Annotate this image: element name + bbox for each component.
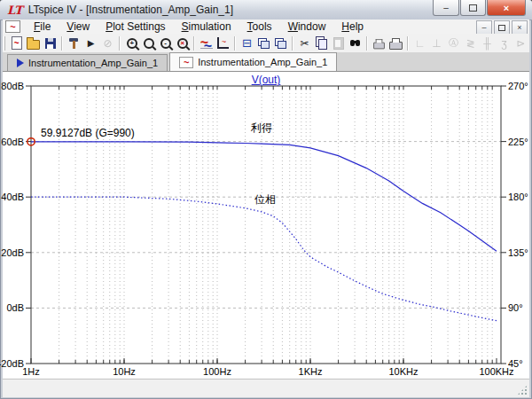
zoom-full-icon[interactable]: × [174, 35, 191, 51]
menu-plot-settings[interactable]: Plot Settings [98, 20, 173, 34]
wire-icon: ∟ [411, 35, 428, 51]
toolbar-separator [407, 36, 409, 51]
menu-help[interactable]: Help [333, 20, 372, 34]
close-button[interactable]: × [487, 0, 526, 16]
arrange-windows-icon[interactable] [272, 35, 289, 51]
save-icon[interactable] [42, 35, 59, 51]
print-icon[interactable] [387, 35, 404, 51]
cut-icon[interactable]: ✂ [296, 35, 313, 51]
new-schematic-icon[interactable]: ~ [8, 35, 25, 51]
mdi-close-button[interactable]: × [512, 20, 528, 35]
zoom-in-icon[interactable]: + [123, 35, 140, 51]
capacitor-icon: ╫ [479, 35, 496, 51]
waveform-pane[interactable] [3, 71, 529, 379]
phase-curve-label: 位相 [254, 192, 276, 207]
waveform-icon: ~ [179, 57, 193, 68]
zoom-out-icon[interactable]: - [157, 35, 174, 51]
restore-icon [469, 4, 477, 12]
restore-button[interactable] [460, 0, 486, 16]
mdi-restore-icon [498, 25, 505, 31]
plot-settings-icon[interactable]: ~ [215, 35, 231, 51]
tab-label: Instrumentation_Amp_Gain_1 [28, 58, 158, 68]
toolbar-grip[interactable] [4, 36, 5, 51]
waveform-app-icon: ~ [5, 20, 20, 33]
toolbar-separator [61, 36, 63, 51]
tab-waveform-1[interactable]: ~Instrumentation_Amp_Gain_1 [169, 52, 337, 71]
resistor-icon: ≷ [462, 35, 479, 51]
toolbar-separator [292, 36, 293, 51]
menu-file[interactable]: File [26, 20, 59, 34]
label-net-icon: Ⓐ [445, 35, 462, 51]
menu-window[interactable]: Window [280, 20, 334, 34]
toolbar-separator [234, 36, 236, 51]
schematic-icon [17, 59, 24, 67]
gain-annotation: 59.9127dB (G=990) [41, 127, 135, 139]
toolbar-separator [119, 36, 121, 51]
find-icon[interactable] [347, 35, 364, 51]
minimize-button[interactable]: – [433, 0, 459, 16]
mdi-minimize-button[interactable]: – [476, 20, 492, 35]
print-preview-icon[interactable] [371, 35, 387, 51]
inductor-icon: ʒ [496, 35, 512, 51]
paste-icon [330, 35, 347, 51]
autorange-icon[interactable]: ~~ [198, 35, 215, 51]
menu-bar: ~ FileViewPlot SettingsSimulationToolsWi… [3, 20, 529, 34]
trace-title[interactable]: V(out) [0, 74, 532, 86]
status-bar [3, 379, 529, 397]
tab-schematic-0[interactable]: Instrumentation_Amp_Gain_1 [7, 54, 168, 71]
toolbar-separator [193, 36, 195, 51]
ltspice-window: LT LTspice IV - [Instrumentation_Amp_Gai… [0, 0, 532, 399]
open-icon[interactable] [25, 35, 42, 51]
ground-icon: ⊥ [428, 35, 445, 51]
tab-bar: Instrumentation_Amp_Gain_1~Instrumentati… [3, 52, 529, 71]
tab-label: Instrumentation_Amp_Gain_1 [198, 57, 327, 67]
window-title: LTspice IV - [Instrumentation_Amp_Gain_1… [28, 4, 233, 16]
menu-simulation[interactable]: Simulation [174, 20, 239, 34]
toolbar-separator [366, 36, 368, 51]
menu-view[interactable]: View [59, 20, 98, 34]
halt-icon: ⊘ [99, 35, 116, 51]
ltspice-logo-icon: LT [7, 4, 23, 17]
diode-icon: ⊳ [512, 35, 529, 51]
toolbar: ~▶⊘+-×~~~⊟✂∟⊥Ⓐ≷╫ʒ⊳D✥ [3, 34, 529, 53]
title-bar[interactable]: LT LTspice IV - [Instrumentation_Amp_Gai… [0, 0, 532, 20]
run-icon[interactable]: ▶ [82, 35, 99, 51]
cascade-windows-icon[interactable] [255, 35, 272, 51]
copy-icon[interactable] [313, 35, 330, 51]
mdi-restore-button[interactable] [494, 20, 510, 35]
control-panel-icon[interactable] [66, 35, 82, 51]
resize-grip[interactable] [517, 385, 528, 395]
zoom-back-icon[interactable] [140, 35, 157, 51]
gain-curve-label: 利得 [251, 121, 272, 136]
tile-windows-icon[interactable]: ⊟ [239, 35, 255, 51]
menu-tools[interactable]: Tools [239, 20, 280, 34]
